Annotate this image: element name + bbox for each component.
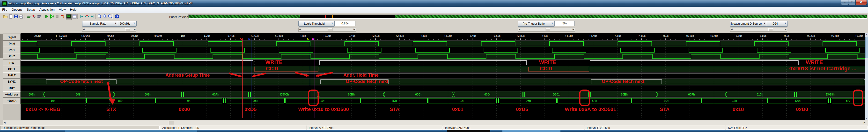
svg-text:D5h: D5h (525, 99, 531, 102)
force-trigger-button[interactable]: T! (60, 14, 66, 20)
slider-right-icon[interactable]: ▶ (572, 28, 574, 31)
svg-text:0x00: 0x00 (179, 106, 190, 112)
svg-text:608h: 608h (76, 93, 82, 96)
run-single-button[interactable] (43, 14, 49, 20)
combo-sample-rate[interactable]: Sample Rate▼ (82, 21, 118, 27)
svg-text:B: B (248, 37, 250, 41)
svg-text:+4.2us: +4.2us (565, 34, 573, 37)
zoom-out-button[interactable] (102, 14, 108, 20)
stop-button[interactable] (54, 14, 60, 20)
svg-text:+1.6us: +1.6us (250, 34, 259, 37)
slider-left-icon[interactable]: ◀ (519, 28, 520, 31)
scroll-right-icon[interactable]: ▶ (864, 121, 866, 124)
svg-text:D5h: D5h (253, 99, 258, 102)
svg-text:10h: 10h (51, 99, 55, 102)
svg-text:+6.2us: +6.2us (807, 34, 815, 37)
goto-post-trigger-button[interactable] (89, 14, 95, 20)
svg-text:CCTL: CCTL (540, 66, 554, 72)
svg-text:?: ? (116, 15, 118, 19)
signal-label-halt[interactable]: HALT (3, 72, 21, 78)
waveform-vertical-scrollbar[interactable]: ▲ ▼ (865, 33, 868, 120)
slider-thumb[interactable] (125, 28, 130, 31)
slider-left-icon[interactable]: ◀ (299, 28, 301, 31)
combo-pre-trigger-buffer[interactable]: Pre-Trigger Buffer▼ (518, 21, 555, 27)
buffer-position-bar[interactable] (188, 14, 867, 19)
state-list-view-button[interactable]: 10100101 (71, 14, 78, 20)
signal-label-phi1[interactable]: Phi1 (3, 47, 21, 53)
save-file-button[interactable] (13, 14, 19, 20)
zoom-in-icon (97, 14, 102, 20)
goto-pre-trigger-button[interactable] (79, 14, 85, 20)
signal-label-sync[interactable]: SYNC (3, 78, 21, 85)
print-button[interactable] (19, 14, 24, 20)
combo-logic-threshold-value[interactable]: 0.85v (335, 21, 355, 26)
signal-label-cctl[interactable]: CCTL (3, 66, 21, 72)
menu-item-acquisition[interactable]: Acquisition (37, 7, 57, 13)
acquisition-options-button[interactable] (36, 14, 42, 20)
status-segment-5: D24 Freq: 0Hz (726, 126, 868, 130)
menu-item-file[interactable]: File (0, 7, 9, 13)
combo-pre-trigger-buffer-slider[interactable]: ◀▶ (518, 28, 575, 32)
svg-text:+2.2us: +2.2us (323, 34, 331, 37)
combo-pre-trigger-buffer-value[interactable]: 5% (555, 21, 575, 26)
svg-text:CCTL: CCTL (266, 66, 280, 72)
waveform-view-button[interactable] (66, 14, 71, 20)
combo-label: Pre-Trigger Buffer (518, 22, 550, 25)
svg-text:C: C (307, 37, 309, 41)
trigger-setup-button[interactable]: T (31, 14, 37, 20)
goto-trigger-button[interactable]: T (84, 14, 90, 20)
scroll-down-icon[interactable]: ▼ (865, 118, 868, 120)
minimize-button[interactable]: – (841, 0, 848, 5)
signal-label-address[interactable]: +Address (3, 91, 21, 98)
svg-text:T!: T! (61, 14, 64, 19)
slider-right-icon[interactable]: ▶ (785, 28, 786, 31)
signal-label-rdy[interactable]: RDY (3, 85, 21, 91)
slider-thumb[interactable] (768, 28, 773, 31)
slider-thumb[interactable] (328, 28, 333, 31)
new-file-button[interactable] (8, 14, 13, 20)
combo-logic-threshold[interactable]: Logic Threshold▼ (298, 21, 335, 27)
slider-left-icon[interactable]: ◀ (731, 28, 733, 31)
waveform-view-icon (66, 14, 71, 20)
menu-item-options[interactable]: Options (9, 7, 25, 13)
combo-sample-rate-value[interactable]: 200MHz▼ (118, 21, 136, 27)
svg-text:+1.2us: +1.2us (202, 34, 210, 37)
menu-item-help[interactable]: Help (68, 7, 79, 13)
scroll-left-icon[interactable]: ◀ (4, 121, 6, 124)
chevron-down-icon: ▼ (763, 22, 766, 25)
svg-text:+2.8us: +2.8us (396, 34, 404, 37)
open-file-button[interactable] (2, 14, 8, 20)
hscroll-thumb[interactable] (169, 121, 174, 125)
waveform-horizontal-scrollbar[interactable]: ◀ ▶ (0, 120, 868, 125)
scroll-up-icon[interactable]: ▲ (865, 34, 868, 35)
slider-right-icon[interactable]: ▶ (134, 28, 136, 31)
run-repetitive-button[interactable] (49, 14, 55, 20)
combo-sample-rate-slider[interactable]: ◀▶ (82, 28, 136, 32)
slider-thumb[interactable] (545, 28, 550, 31)
svg-text:0xD5: 0xD5 (244, 106, 257, 112)
waveform-canvas[interactable]: -200nsT+5.75us+200ns+400ns+600ns+800ns+1… (21, 33, 865, 120)
signal-setup-icon: *** (26, 14, 31, 20)
zoom-in-button[interactable] (97, 14, 102, 20)
combo-measurement-d-source[interactable]: Measurement D Source▼ (730, 21, 767, 27)
maximize-button[interactable]: □ (848, 0, 856, 5)
menu-item-setup[interactable]: Setup (25, 7, 37, 13)
slider-right-icon[interactable]: ▶ (353, 28, 355, 31)
slider-left-icon[interactable]: ◀ (83, 28, 85, 31)
svg-text:0xD0: 0xD0 (796, 106, 808, 112)
svg-text:+3.8us: +3.8us (517, 34, 525, 37)
signal-setup-button[interactable]: *** (26, 14, 31, 20)
combo-logic-threshold-slider[interactable]: ◀▶ (298, 28, 356, 32)
signal-label-rw[interactable]: RW (3, 60, 21, 66)
combo-measurement-d-source-value[interactable]: D24▼ (767, 21, 788, 27)
menu-item-view[interactable]: View (57, 7, 68, 13)
svg-text:1010: 1010 (73, 15, 76, 16)
signal-list-scrollbar[interactable] (0, 33, 3, 120)
help-button[interactable]: ? (114, 14, 120, 20)
signal-label-phi0[interactable]: Phi0 (3, 41, 21, 47)
signal-label-data[interactable]: +DATA (3, 98, 21, 104)
buffer-view-window (300, 15, 395, 18)
combo-measurement-d-source-slider[interactable]: ◀▶ (730, 28, 787, 32)
signal-label-phi2[interactable]: Phi2 (3, 53, 21, 60)
close-button[interactable]: ✕ (856, 0, 867, 5)
